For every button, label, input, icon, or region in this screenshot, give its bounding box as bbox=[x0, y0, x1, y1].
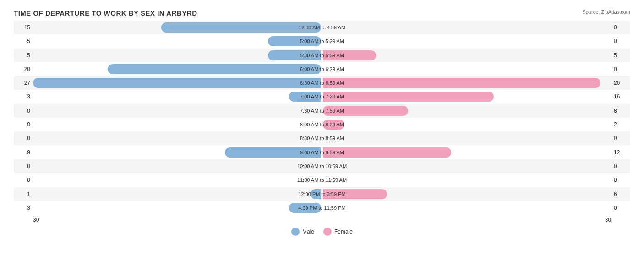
table-row: 55:00 AM to 5:29 AM0 bbox=[14, 34, 630, 48]
male-bar-section bbox=[33, 173, 322, 187]
table-row: 010:00 AM to 10:59 AM0 bbox=[14, 159, 630, 173]
female-value: 5 bbox=[611, 52, 630, 59]
male-bar-section bbox=[33, 49, 322, 62]
female-bar-section bbox=[322, 118, 611, 131]
female-value: 12 bbox=[611, 149, 630, 156]
bars-wrapper: 7:00 AM to 7:29 AM bbox=[33, 90, 611, 103]
male-bar bbox=[161, 22, 321, 33]
male-value: 0 bbox=[14, 121, 33, 128]
male-bar-section bbox=[33, 146, 322, 159]
male-bar-section bbox=[33, 118, 322, 131]
bars-wrapper: 8:30 AM to 8:59 AM bbox=[33, 131, 611, 145]
table-row: 011:00 AM to 11:59 AM0 bbox=[14, 173, 630, 187]
male-value: 0 bbox=[14, 163, 33, 169]
male-bar bbox=[268, 50, 321, 60]
female-bar-section bbox=[322, 104, 611, 118]
table-row: 99:00 AM to 9:59 AM12 bbox=[14, 146, 630, 159]
table-row: 08:00 AM to 8:29 AM2 bbox=[14, 118, 630, 131]
bars-wrapper: 12:00 AM to 4:59 AM bbox=[33, 21, 611, 34]
male-bar bbox=[108, 64, 321, 74]
male-bar-section bbox=[33, 90, 322, 103]
legend-male-icon bbox=[291, 228, 300, 236]
male-bar bbox=[268, 36, 321, 46]
bars-wrapper: 10:00 AM to 10:59 AM bbox=[33, 159, 611, 173]
legend-male: Male bbox=[291, 228, 314, 236]
bars-wrapper: 6:30 AM to 6:59 AM bbox=[33, 76, 611, 90]
male-bar bbox=[33, 78, 321, 88]
female-value: 2 bbox=[611, 121, 630, 128]
legend-female: Female bbox=[323, 228, 353, 236]
bars-wrapper: 5:30 AM to 5:59 AM bbox=[33, 49, 611, 62]
axis-left-label: 30 bbox=[33, 217, 39, 223]
male-bar-section bbox=[33, 104, 322, 118]
male-bar bbox=[311, 189, 321, 199]
bars-wrapper: 11:00 AM to 11:59 AM bbox=[33, 173, 611, 187]
male-value: 3 bbox=[14, 93, 33, 100]
female-bar-section bbox=[322, 76, 611, 90]
bars-wrapper: 9:00 AM to 9:59 AM bbox=[33, 146, 611, 159]
male-bar-section bbox=[33, 201, 322, 215]
legend-male-label: Male bbox=[302, 228, 314, 235]
male-value: 0 bbox=[14, 108, 33, 114]
female-bar-section bbox=[322, 90, 611, 103]
bars-wrapper: 8:00 AM to 8:29 AM bbox=[33, 118, 611, 131]
male-value: 0 bbox=[14, 135, 33, 141]
female-bar-section bbox=[322, 34, 611, 48]
male-bar-section bbox=[33, 76, 322, 90]
legend-female-icon bbox=[323, 228, 332, 236]
male-value: 1 bbox=[14, 191, 33, 197]
female-value: 0 bbox=[611, 163, 630, 169]
male-value: 5 bbox=[14, 52, 33, 59]
male-bar-section bbox=[33, 131, 322, 145]
axis-right-label: 30 bbox=[605, 217, 611, 223]
male-bar bbox=[289, 203, 321, 213]
male-value: 3 bbox=[14, 205, 33, 211]
male-value: 0 bbox=[14, 177, 33, 183]
female-bar bbox=[323, 120, 344, 130]
table-row: 206:00 AM to 6:29 AM0 bbox=[14, 62, 630, 76]
female-value: 0 bbox=[611, 135, 630, 141]
female-bar bbox=[323, 189, 387, 199]
source-text: Source: ZipAtlas.com bbox=[582, 9, 630, 15]
table-row: 08:30 AM to 8:59 AM0 bbox=[14, 131, 630, 145]
male-bar bbox=[289, 92, 321, 102]
male-value: 20 bbox=[14, 66, 33, 72]
female-bar bbox=[323, 92, 494, 102]
male-value: 27 bbox=[14, 80, 33, 86]
female-value: 0 bbox=[611, 177, 630, 183]
table-row: 276:30 AM to 6:59 AM26 bbox=[14, 76, 630, 90]
male-value: 15 bbox=[14, 24, 33, 31]
male-bar-section bbox=[33, 62, 322, 76]
chart-container: TIME OF DEPARTURE TO WORK BY SEX IN ARBY… bbox=[0, 0, 644, 272]
legend-female-label: Female bbox=[334, 228, 353, 235]
male-bar-section bbox=[33, 21, 322, 34]
female-bar-section bbox=[322, 201, 611, 215]
female-bar bbox=[323, 147, 451, 158]
bars-wrapper: 6:00 AM to 6:29 AM bbox=[33, 62, 611, 76]
table-row: 112:00 PM to 3:59 PM6 bbox=[14, 187, 630, 201]
female-bar-section bbox=[322, 159, 611, 173]
male-bar-section bbox=[33, 34, 322, 48]
female-bar-section bbox=[322, 173, 611, 187]
female-value: 0 bbox=[611, 66, 630, 72]
male-bar-section bbox=[33, 187, 322, 201]
male-value: 5 bbox=[14, 38, 33, 44]
male-bar bbox=[225, 147, 321, 158]
male-bar-section bbox=[33, 159, 322, 173]
chart-area: 1512:00 AM to 4:59 AM055:00 AM to 5:29 A… bbox=[14, 21, 630, 233]
female-value: 0 bbox=[611, 24, 630, 31]
female-value: 8 bbox=[611, 108, 630, 114]
female-value: 26 bbox=[611, 80, 630, 86]
female-bar-section bbox=[322, 21, 611, 34]
female-value: 6 bbox=[611, 191, 630, 197]
axis-labels: 30 30 bbox=[14, 217, 630, 223]
female-bar bbox=[323, 50, 376, 60]
legend: Male Female bbox=[14, 228, 630, 236]
female-bar-section bbox=[322, 187, 611, 201]
female-value: 0 bbox=[611, 205, 630, 211]
bars-wrapper: 7:30 AM to 7:59 AM bbox=[33, 104, 611, 118]
table-row: 55:30 AM to 5:59 AM5 bbox=[14, 49, 630, 62]
chart-title: TIME OF DEPARTURE TO WORK BY SEX IN ARBY… bbox=[14, 9, 630, 17]
bars-wrapper: 12:00 PM to 3:59 PM bbox=[33, 187, 611, 201]
female-bar-section bbox=[322, 49, 611, 62]
